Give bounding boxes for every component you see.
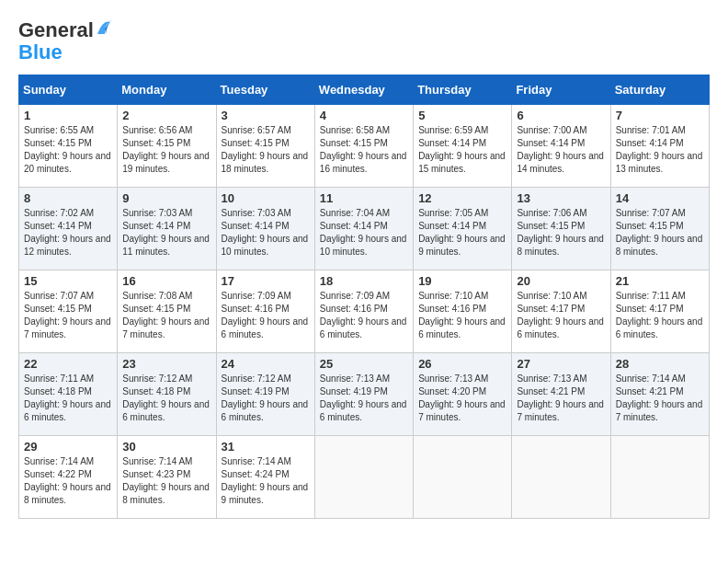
- day-number: 23: [122, 357, 210, 371]
- day-info: Sunrise: 6:59 AM Sunset: 4:14 PM Dayligh…: [418, 124, 506, 176]
- day-info: Sunrise: 7:04 AM Sunset: 4:14 PM Dayligh…: [320, 207, 408, 259]
- day-number: 9: [122, 191, 210, 205]
- weekday-header: Wednesday: [314, 75, 413, 104]
- day-info: Sunrise: 7:14 AM Sunset: 4:23 PM Dayligh…: [122, 455, 210, 507]
- day-info: Sunrise: 7:03 AM Sunset: 4:14 PM Dayligh…: [122, 207, 210, 259]
- day-number: 13: [517, 191, 605, 205]
- calendar-day-cell: 17 Sunrise: 7:09 AM Sunset: 4:16 PM Dayl…: [216, 270, 314, 352]
- calendar-day-cell: 23 Sunrise: 7:12 AM Sunset: 4:18 PM Dayl…: [118, 352, 216, 435]
- day-info: Sunrise: 7:14 AM Sunset: 4:21 PM Dayligh…: [616, 373, 704, 424]
- day-number: 18: [320, 274, 408, 288]
- calendar-day-cell: 12 Sunrise: 7:05 AM Sunset: 4:14 PM Dayl…: [414, 187, 512, 270]
- day-info: Sunrise: 7:11 AM Sunset: 4:17 PM Dayligh…: [616, 290, 704, 341]
- calendar-day-cell: 27 Sunrise: 7:13 AM Sunset: 4:21 PM Dayl…: [512, 352, 610, 435]
- calendar-week-row: 22 Sunrise: 7:11 AM Sunset: 4:18 PM Dayl…: [19, 352, 710, 435]
- calendar-day-cell: 6 Sunrise: 7:00 AM Sunset: 4:14 PM Dayli…: [512, 104, 610, 187]
- weekday-header: Thursday: [414, 75, 512, 104]
- calendar-day-cell: [314, 435, 413, 518]
- calendar-day-cell: 24 Sunrise: 7:12 AM Sunset: 4:19 PM Dayl…: [216, 352, 314, 435]
- calendar-day-cell: 31 Sunrise: 7:14 AM Sunset: 4:24 PM Dayl…: [216, 435, 314, 518]
- day-number: 11: [320, 191, 408, 205]
- day-number: 19: [418, 274, 506, 288]
- calendar-day-cell: 10 Sunrise: 7:03 AM Sunset: 4:14 PM Dayl…: [216, 187, 314, 270]
- day-number: 12: [418, 191, 506, 205]
- calendar-week-row: 1 Sunrise: 6:55 AM Sunset: 4:15 PM Dayli…: [19, 104, 710, 187]
- day-info: Sunrise: 7:09 AM Sunset: 4:16 PM Dayligh…: [320, 290, 408, 341]
- calendar-day-cell: 9 Sunrise: 7:03 AM Sunset: 4:14 PM Dayli…: [118, 187, 216, 270]
- day-number: 14: [616, 191, 704, 205]
- day-info: Sunrise: 7:12 AM Sunset: 4:19 PM Dayligh…: [222, 373, 310, 424]
- calendar-header-row: SundayMondayTuesdayWednesdayThursdayFrid…: [19, 75, 710, 104]
- calendar-day-cell: 26 Sunrise: 7:13 AM Sunset: 4:20 PM Dayl…: [414, 352, 512, 435]
- day-info: Sunrise: 7:07 AM Sunset: 4:15 PM Dayligh…: [24, 290, 112, 341]
- weekday-header: Friday: [512, 75, 610, 104]
- calendar-day-cell: 3 Sunrise: 6:57 AM Sunset: 4:15 PM Dayli…: [216, 104, 314, 187]
- day-number: 26: [418, 357, 506, 371]
- day-number: 3: [222, 109, 310, 122]
- logo-blue: Blue: [18, 40, 112, 64]
- weekday-header: Monday: [118, 75, 216, 104]
- logo: General Blue: [18, 18, 112, 65]
- day-info: Sunrise: 7:02 AM Sunset: 4:14 PM Dayligh…: [24, 207, 112, 259]
- day-info: Sunrise: 7:00 AM Sunset: 4:14 PM Dayligh…: [517, 124, 605, 176]
- day-info: Sunrise: 7:10 AM Sunset: 4:17 PM Dayligh…: [517, 290, 605, 341]
- calendar-day-cell: 19 Sunrise: 7:10 AM Sunset: 4:16 PM Dayl…: [414, 270, 512, 352]
- day-info: Sunrise: 7:14 AM Sunset: 4:22 PM Dayligh…: [24, 455, 112, 507]
- day-number: 6: [517, 109, 605, 122]
- calendar-day-cell: 21 Sunrise: 7:11 AM Sunset: 4:17 PM Dayl…: [610, 270, 709, 352]
- day-info: Sunrise: 7:14 AM Sunset: 4:24 PM Dayligh…: [222, 455, 310, 507]
- day-info: Sunrise: 7:09 AM Sunset: 4:16 PM Dayligh…: [222, 290, 310, 341]
- day-number: 2: [122, 109, 210, 122]
- calendar-day-cell: 16 Sunrise: 7:08 AM Sunset: 4:15 PM Dayl…: [118, 270, 216, 352]
- calendar-day-cell: 4 Sunrise: 6:58 AM Sunset: 4:15 PM Dayli…: [314, 104, 413, 187]
- weekday-header: Sunday: [19, 75, 118, 104]
- day-info: Sunrise: 7:10 AM Sunset: 4:16 PM Dayligh…: [418, 290, 506, 341]
- day-info: Sunrise: 7:06 AM Sunset: 4:15 PM Dayligh…: [517, 207, 605, 259]
- day-number: 7: [616, 109, 704, 122]
- calendar-day-cell: 11 Sunrise: 7:04 AM Sunset: 4:14 PM Dayl…: [314, 187, 413, 270]
- day-number: 8: [24, 191, 112, 205]
- calendar-day-cell: 29 Sunrise: 7:14 AM Sunset: 4:22 PM Dayl…: [19, 435, 118, 518]
- day-info: Sunrise: 7:08 AM Sunset: 4:15 PM Dayligh…: [122, 290, 210, 341]
- calendar-day-cell: [414, 435, 512, 518]
- day-number: 4: [320, 109, 408, 122]
- day-info: Sunrise: 7:13 AM Sunset: 4:20 PM Dayligh…: [418, 373, 506, 424]
- day-number: 28: [616, 357, 704, 371]
- day-number: 27: [517, 357, 605, 371]
- day-number: 10: [222, 191, 310, 205]
- day-info: Sunrise: 7:12 AM Sunset: 4:18 PM Dayligh…: [122, 373, 210, 424]
- calendar-table: SundayMondayTuesdayWednesdayThursdayFrid…: [18, 75, 710, 519]
- logo-general: General: [18, 18, 94, 42]
- calendar-day-cell: 5 Sunrise: 6:59 AM Sunset: 4:14 PM Dayli…: [414, 104, 512, 187]
- calendar-day-cell: 1 Sunrise: 6:55 AM Sunset: 4:15 PM Dayli…: [19, 104, 118, 187]
- day-info: Sunrise: 7:13 AM Sunset: 4:21 PM Dayligh…: [517, 373, 605, 424]
- day-number: 17: [222, 274, 310, 288]
- calendar-day-cell: 13 Sunrise: 7:06 AM Sunset: 4:15 PM Dayl…: [512, 187, 610, 270]
- calendar-week-row: 8 Sunrise: 7:02 AM Sunset: 4:14 PM Dayli…: [19, 187, 710, 270]
- calendar-day-cell: 14 Sunrise: 7:07 AM Sunset: 4:15 PM Dayl…: [610, 187, 709, 270]
- page-header: General Blue: [18, 18, 710, 65]
- day-info: Sunrise: 7:13 AM Sunset: 4:19 PM Dayligh…: [320, 373, 408, 424]
- day-number: 5: [418, 109, 506, 122]
- calendar-day-cell: 7 Sunrise: 7:01 AM Sunset: 4:14 PM Dayli…: [610, 104, 709, 187]
- calendar-day-cell: 18 Sunrise: 7:09 AM Sunset: 4:16 PM Dayl…: [314, 270, 413, 352]
- day-number: 24: [222, 357, 310, 371]
- calendar-day-cell: [512, 435, 610, 518]
- weekday-header: Tuesday: [216, 75, 314, 104]
- day-number: 22: [24, 357, 112, 371]
- day-info: Sunrise: 7:05 AM Sunset: 4:14 PM Dayligh…: [418, 207, 506, 259]
- day-info: Sunrise: 7:01 AM Sunset: 4:14 PM Dayligh…: [616, 124, 704, 176]
- day-number: 30: [122, 440, 210, 454]
- day-info: Sunrise: 6:56 AM Sunset: 4:15 PM Dayligh…: [122, 124, 210, 176]
- calendar-day-cell: 8 Sunrise: 7:02 AM Sunset: 4:14 PM Dayli…: [19, 187, 118, 270]
- day-info: Sunrise: 6:58 AM Sunset: 4:15 PM Dayligh…: [320, 124, 408, 176]
- day-number: 20: [517, 274, 605, 288]
- calendar-day-cell: 22 Sunrise: 7:11 AM Sunset: 4:18 PM Dayl…: [19, 352, 118, 435]
- day-number: 1: [24, 109, 112, 122]
- calendar-day-cell: [610, 435, 709, 518]
- day-number: 21: [616, 274, 704, 288]
- calendar-day-cell: 28 Sunrise: 7:14 AM Sunset: 4:21 PM Dayl…: [610, 352, 709, 435]
- calendar-day-cell: 2 Sunrise: 6:56 AM Sunset: 4:15 PM Dayli…: [118, 104, 216, 187]
- weekday-header: Saturday: [610, 75, 709, 104]
- day-number: 25: [320, 357, 408, 371]
